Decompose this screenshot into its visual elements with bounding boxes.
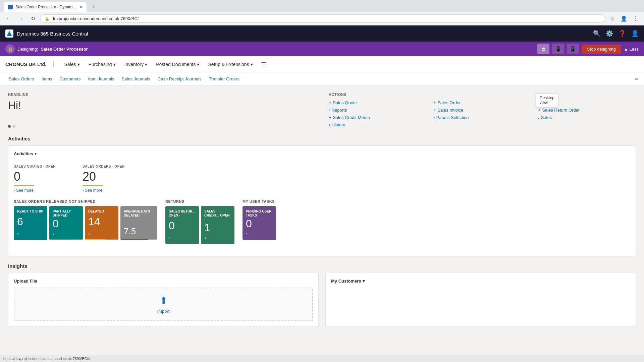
action-reports[interactable]: › Reports <box>329 107 427 113</box>
actions-label: ACTIONS <box>329 93 636 97</box>
search-icon[interactable]: 🔍 <box>593 30 600 37</box>
company-name[interactable]: CRONUS UK Ltd. <box>5 61 54 67</box>
activities-group-title[interactable]: Activities <box>14 151 33 156</box>
action-panels-selection[interactable]: › Panels Selection <box>433 115 531 120</box>
tile-delayed[interactable]: DELAYED 14 › <box>85 206 118 240</box>
sub-nav-transfer-orders[interactable]: Transfer Orders <box>206 72 243 86</box>
address-text: devprojdocker.navondemand.co.uk:7690/BC/ <box>52 16 139 21</box>
back-btn[interactable]: ← <box>4 14 13 23</box>
stat-orders-see-more[interactable]: › See more <box>83 188 125 193</box>
action-sales-order-label: Sales Order <box>437 100 461 105</box>
sub-nav-items[interactable]: Items <box>38 72 56 86</box>
forward-btn[interactable]: → <box>16 14 25 23</box>
action-history[interactable]: › History <box>329 122 427 127</box>
nav-purchasing-label: Purchasing <box>89 62 112 67</box>
tile-sr-arrow: › <box>169 235 196 241</box>
tile-rts-label: READY TO SHIP <box>17 209 44 214</box>
nav-item-setup[interactable]: Setup & Extensions ▾ <box>204 56 257 72</box>
action-return-label: Sales Return Order <box>542 108 580 113</box>
action-sales-credit-memo[interactable]: + Sales Credit Memo <box>329 115 427 120</box>
stat-quotes-see-more[interactable]: › See more <box>14 188 56 193</box>
address-bar[interactable]: 🔒 devprojdocker.navondemand.co.uk:7690/B… <box>40 14 605 23</box>
less-btn[interactable]: ▲ Less <box>624 47 639 52</box>
dot-2[interactable] <box>13 125 15 128</box>
action-reports-label: Reports <box>332 108 347 113</box>
upload-btn[interactable]: Import <box>157 309 170 314</box>
action-sales-return-order[interactable]: + Sales Return Order <box>538 107 636 113</box>
nav-item-inventory[interactable]: Inventory ▾ <box>120 56 152 72</box>
tiles-group-returns-label: RETURNS <box>165 199 234 203</box>
action-sales-quote[interactable]: + Sales Quote <box>329 100 427 105</box>
mobile-view-btn[interactable]: 📱 <box>567 44 579 54</box>
designing-role: Sales Order Processor <box>41 47 88 52</box>
insights-content: Upload File ⬆ Import My Customers ▾ <box>8 273 636 327</box>
nav-inventory-chevron: ▾ <box>145 62 147 67</box>
tile-rts-arrow: › <box>17 231 44 237</box>
tile-ps-arrow: › <box>53 231 79 237</box>
headline-text: Hi! <box>8 99 315 112</box>
activities-chevron[interactable]: ▾ <box>35 152 37 156</box>
designing-bar: 🔒 Designing: Sales Order Processor 🖥 📱 📱… <box>0 42 644 56</box>
sub-nav-cash-receipt[interactable]: Cash Receipt Journals <box>154 72 205 86</box>
desktop-view-tooltip: Desktop view <box>536 93 558 107</box>
tablet-view-btn[interactable]: 📱 <box>552 44 564 54</box>
nav-item-sales[interactable]: Sales ▾ <box>60 56 84 72</box>
dot-1[interactable] <box>8 125 11 128</box>
status-bar: https://devprojdocker.navondemand.co.uk:… <box>0 355 644 362</box>
action-sales-order[interactable]: + Sales Order <box>433 100 531 105</box>
app-name: Dynamics 365 Business Central <box>17 31 88 37</box>
nav-items: Sales ▾ Purchasing ▾ Inventory ▾ Posted … <box>60 56 257 72</box>
reload-btn[interactable]: ↻ <box>28 14 38 23</box>
my-customers-title[interactable]: My Customers ▾ <box>331 279 630 284</box>
sub-nav-sales-orders[interactable]: Sales Orders <box>5 72 38 86</box>
sub-nav-customers[interactable]: Customers <box>56 72 84 86</box>
nav-posted-chevron: ▾ <box>197 62 199 67</box>
nav-setup-label: Setup & Extensions <box>208 62 249 67</box>
nav-item-purchasing[interactable]: Purchasing ▾ <box>85 56 120 72</box>
extensions-btn[interactable]: ⋮ <box>631 14 640 23</box>
upload-area[interactable]: ⬆ Import <box>14 288 313 321</box>
user-icon[interactable]: 👤 <box>631 30 639 37</box>
new-tab-btn[interactable]: + <box>88 2 99 12</box>
nav-inventory-label: Inventory <box>124 62 144 67</box>
desktop-view-btn[interactable]: 🖥 <box>537 44 549 54</box>
tile-ready-to-ship[interactable]: READY TO SHIP 6 › <box>14 206 47 240</box>
tile-pending-tasks[interactable]: PENDING USER TASKS 0 › <box>243 206 276 240</box>
sub-nav-item-journals[interactable]: Item Journals <box>85 72 118 86</box>
tile-avg-days[interactable]: AVERAGE DAYS DELAYED 7.5 <box>120 206 157 240</box>
action-sales[interactable]: › Sales <box>538 115 636 120</box>
stop-designing-btn[interactable]: Stop designing <box>582 45 621 54</box>
profile-btn[interactable]: 👤 <box>619 14 629 23</box>
action-history-prefix: › <box>329 122 330 127</box>
stat-orders-value[interactable]: 20 <box>83 170 103 186</box>
sub-nav-sales-journals[interactable]: Sales Journals <box>118 72 154 86</box>
upload-file-title: Upload File <box>14 279 313 284</box>
app-topbar: Dynamics 365 Business Central 🔍 ⚙️ ❓ 👤 <box>0 25 644 42</box>
nav-hamburger-btn[interactable]: ☰ <box>261 61 266 68</box>
tile-ps-bar <box>49 239 83 240</box>
action-credit-prefix: + <box>329 115 331 120</box>
tiles-groups: SALES ORDERS RELEASED NOT SHIPPED READY … <box>14 199 630 244</box>
tile-sc-label: SALES CREDIT... OPEN - <box>204 209 231 222</box>
tile-sales-return[interactable]: SALES RETUR... OPEN - 0 › <box>165 206 199 244</box>
nav-item-posted-documents[interactable]: Posted Documents ▾ <box>152 56 203 72</box>
help-icon[interactable]: ❓ <box>619 30 626 37</box>
edit-page-btn[interactable]: ✏ <box>635 76 639 82</box>
stat-quotes-value[interactable]: 0 <box>14 170 34 186</box>
settings-icon[interactable]: ⚙️ <box>606 30 613 37</box>
nav-setup-chevron: ▾ <box>251 62 253 67</box>
tab-close-btn[interactable]: ✕ <box>79 5 83 9</box>
tile-sales-credit[interactable]: SALES CREDIT... OPEN - 1 › <box>201 206 234 244</box>
browser-tab[interactable]: Sales Order Processor - Dynami... ✕ <box>4 2 87 12</box>
see-more-chevron-2: › <box>83 188 84 193</box>
activities-container: Activities ▾ SALES QUOTES - OPEN 0 › See… <box>8 145 636 256</box>
insights-title: Insights <box>8 263 636 269</box>
bookmark-btn[interactable]: ☆ <box>608 14 617 23</box>
tile-delayed-arrow: › <box>88 231 115 237</box>
actions-grid: + Sales Quote + Sales Order › Tasks › Re… <box>329 100 636 127</box>
tile-partially-shipped[interactable]: PARTIALLY SHIPPED 0 › <box>49 206 83 240</box>
actions-section: ACTIONS + Sales Quote + Sales Order › Ta… <box>329 93 636 128</box>
tile-pt-value: 0 <box>246 218 273 230</box>
action-credit-label: Sales Credit Memo <box>333 115 370 120</box>
action-sales-invoice[interactable]: + Sales Invoice <box>433 107 531 113</box>
